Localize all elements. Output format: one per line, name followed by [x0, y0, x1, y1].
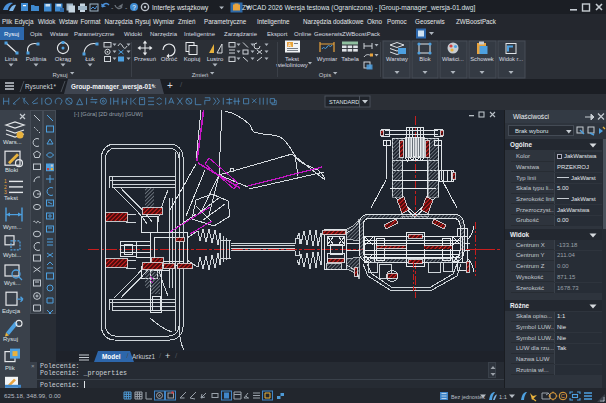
svg-text:Widok r...: Widok r... [499, 56, 524, 62]
svg-text:Linia: Linia [5, 56, 18, 62]
svg-text:Wymiar: Wymiar [317, 56, 337, 62]
svg-text:Rysuj: Rysuj [3, 336, 18, 342]
svg-text:Przesuń: Przesuń [134, 56, 156, 62]
svg-text:Schowek: Schowek [470, 56, 494, 62]
svg-text:Wyś...: Wyś... [4, 280, 21, 286]
svg-text:Łuk: Łuk [85, 56, 96, 62]
svg-text:Bez jednostek: Bez jednostek [451, 393, 485, 399]
svg-text:Okrąg: Okrąg [55, 56, 71, 62]
svg-text:Właści...: Właści... [442, 56, 464, 62]
svg-text:Opis: Opis [319, 72, 331, 78]
svg-text:Tabela: Tabela [341, 56, 359, 62]
svg-text:Warstwy: Warstwy [386, 56, 408, 62]
svg-text:Interfejs wstążkowy: Interfejs wstążkowy [152, 4, 209, 12]
svg-text:wieloliniowy: wieloliniowy [275, 62, 308, 68]
svg-text:Tekst: Tekst [4, 195, 18, 201]
svg-text:Bloki: Bloki [5, 167, 18, 173]
svg-text:C: C [561, 393, 565, 399]
svg-text:Lustro: Lustro [207, 56, 224, 62]
svg-text:Edycja: Edycja [2, 308, 21, 314]
svg-text:-: - [111, 4, 114, 11]
svg-text:Plik: Plik [5, 365, 16, 371]
svg-text:Zmień: Zmień [192, 72, 209, 78]
svg-text:Wym...: Wym... [3, 224, 22, 230]
svg-text:-: - [125, 4, 128, 11]
svg-text:Wybi...: Wybi... [3, 252, 22, 258]
svg-text:Blok: Blok [419, 56, 430, 62]
svg-text:Polilinia: Polilinia [26, 56, 47, 62]
svg-text:1:1: 1:1 [499, 394, 507, 400]
svg-text:Wars...: Wars... [3, 139, 22, 145]
svg-text:Rysuj: Rysuj [52, 72, 67, 78]
svg-text:STANDARD: STANDARD [329, 99, 359, 105]
svg-text:Kopiuj: Kopiuj [184, 56, 201, 62]
svg-text:?: ? [132, 4, 136, 11]
